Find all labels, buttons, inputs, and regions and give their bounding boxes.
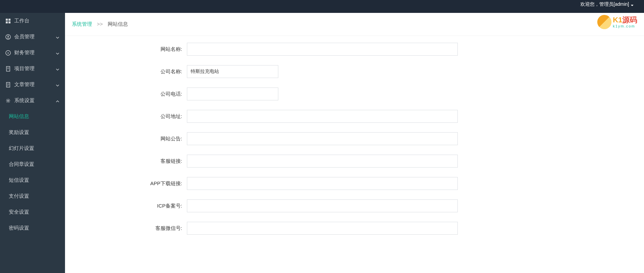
- chevron-down-icon: [56, 83, 60, 87]
- main-content: K1源码 k1ym.com 系统管理 >> 网站信息 网站名称: 公司名称: 公…: [65, 13, 644, 273]
- form-label: 网站公告:: [79, 136, 187, 142]
- svg-point-15: [7, 100, 9, 101]
- document-icon: [5, 66, 11, 72]
- user-circle-icon: [5, 34, 11, 40]
- sidebar-item-projects[interactable]: 项目管理: [0, 61, 65, 77]
- form-row-icp: ICP备案号:: [79, 199, 644, 212]
- sidebar-subitem-label: 支付设置: [9, 193, 29, 199]
- chevron-down-icon: [56, 35, 60, 39]
- sidebar-subitem-siteinfo[interactable]: 网站信息: [0, 109, 65, 124]
- form-row-phone: 公司电话:: [79, 87, 644, 100]
- form-row-service-link: 客服链接:: [79, 155, 644, 168]
- app-link-field[interactable]: [187, 177, 458, 190]
- svg-rect-3: [8, 21, 10, 23]
- chevron-down-icon: [56, 51, 60, 55]
- form-label: 网站名称:: [79, 46, 187, 53]
- form-label: 公司名称:: [79, 69, 187, 75]
- breadcrumb-current: 网站信息: [108, 21, 128, 27]
- grid-icon: [5, 18, 11, 24]
- form-label: 公司地址:: [79, 113, 187, 120]
- top-bar: 欢迎您，管理员[admin]: [0, 0, 644, 13]
- sidebar-subitem-password[interactable]: 密码设置: [0, 220, 65, 233]
- sidebar-item-label: 会员管理: [14, 34, 35, 40]
- address-field[interactable]: [187, 110, 458, 123]
- company-field[interactable]: [187, 65, 278, 78]
- sidebar-subitem-label: 短信设置: [9, 177, 29, 183]
- logo-subtext: k1ym.com: [613, 24, 637, 28]
- file-icon: [5, 82, 11, 87]
- svg-rect-1: [8, 19, 10, 21]
- icp-field[interactable]: [187, 199, 458, 212]
- welcome-text: 欢迎您，管理员[admin]: [580, 1, 629, 7]
- brand-logo: K1源码 k1ym.com: [597, 15, 637, 29]
- form-row-app-link: APP下载链接:: [79, 177, 644, 190]
- form-row-company: 公司名称:: [79, 65, 644, 78]
- sidebar-item-label: 系统设置: [14, 97, 35, 104]
- svg-point-5: [7, 36, 9, 37]
- sidebar-item-label: 工作台: [14, 18, 29, 24]
- sidebar-subitem-slides[interactable]: 幻灯片设置: [0, 140, 65, 156]
- form-row-address: 公司地址:: [79, 110, 644, 123]
- breadcrumb: 系统管理 >> 网站信息: [65, 13, 644, 36]
- form-label: 客服链接:: [79, 158, 187, 164]
- sidebar-item-label: 项目管理: [14, 65, 35, 72]
- phone-field[interactable]: [187, 87, 278, 100]
- sidebar-subitem-label: 合同章设置: [9, 161, 34, 167]
- sidebar: 工作台 会员管理 ¥ 财务管理: [0, 13, 65, 273]
- sidebar-subitem-label: 密码设置: [9, 225, 29, 231]
- breadcrumb-link[interactable]: 系统管理: [72, 21, 92, 27]
- chevron-down-icon: [56, 67, 60, 71]
- sidebar-item-label: 财务管理: [14, 50, 35, 56]
- sidebar-subitem-label: 幻灯片设置: [9, 145, 34, 151]
- sidebar-subitem-sms[interactable]: 短信设置: [0, 172, 65, 188]
- form-area: 网站名称: 公司名称: 公司电话: 公司地址: 网站公告: 客服链接:: [65, 39, 644, 235]
- sidebar-subitem-payment[interactable]: 支付设置: [0, 188, 65, 204]
- sidebar-item-articles[interactable]: 文章管理: [0, 77, 65, 93]
- sidebar-item-settings[interactable]: 系统设置: [0, 93, 65, 109]
- coin-icon: ¥: [5, 50, 11, 56]
- sidebar-subitem-label: 奖励设置: [9, 129, 29, 135]
- form-row-notice: 网站公告:: [79, 132, 644, 145]
- wechat-field[interactable]: [187, 222, 458, 235]
- svg-rect-0: [6, 19, 8, 21]
- form-label: 公司电话:: [79, 91, 187, 97]
- sidebar-subitem-security[interactable]: 安全设置: [0, 204, 65, 220]
- sidebar-subitem-label: 网站信息: [9, 113, 29, 119]
- sidebar-item-label: 文章管理: [14, 81, 35, 88]
- svg-rect-2: [6, 21, 8, 23]
- form-label: 客服微信号:: [79, 225, 187, 232]
- breadcrumb-separator: >>: [97, 21, 103, 27]
- svg-text:¥: ¥: [7, 52, 9, 55]
- sitename-field[interactable]: [187, 43, 458, 56]
- sidebar-item-members[interactable]: 会员管理: [0, 29, 65, 45]
- sidebar-item-finance[interactable]: ¥ 财务管理: [0, 45, 65, 61]
- chevron-down-icon: [630, 3, 634, 6]
- user-dropdown[interactable]: 欢迎您，管理员[admin]: [580, 1, 634, 7]
- logo-text-1: K1: [613, 16, 622, 24]
- logo-text-2: 源码: [622, 16, 637, 24]
- gear-icon: [5, 98, 11, 103]
- sidebar-subitem-reward[interactable]: 奖励设置: [0, 124, 65, 140]
- notice-field[interactable]: [187, 132, 458, 145]
- form-row-sitename: 网站名称:: [79, 43, 644, 56]
- chevron-up-icon: [56, 99, 60, 103]
- logo-circle-icon: [597, 15, 611, 29]
- sidebar-subitem-contract[interactable]: 合同章设置: [0, 156, 65, 172]
- sidebar-subitem-label: 安全设置: [9, 209, 29, 215]
- service-link-field[interactable]: [187, 155, 458, 168]
- form-label: ICP备案号:: [79, 203, 187, 209]
- form-row-wechat: 客服微信号:: [79, 222, 644, 235]
- sidebar-item-workbench[interactable]: 工作台: [0, 13, 65, 29]
- form-label: APP下载链接:: [79, 180, 187, 187]
